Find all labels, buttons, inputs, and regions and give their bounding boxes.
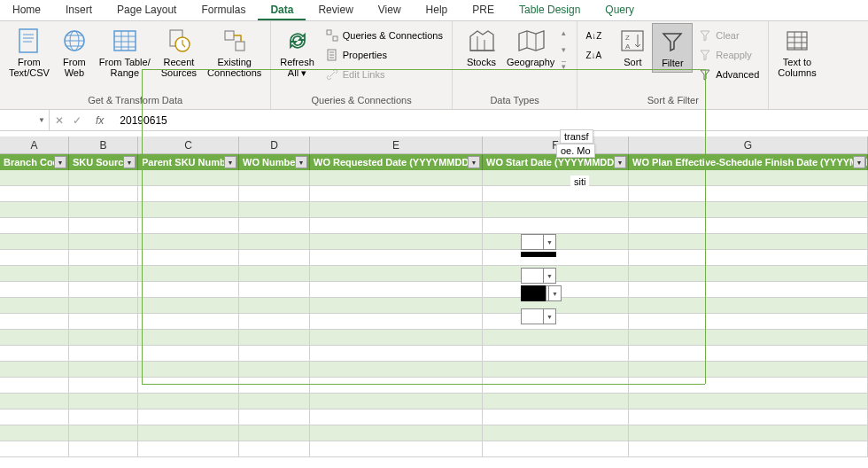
cell[interactable]	[483, 202, 628, 218]
queries-connections-button[interactable]: Queries & Connections	[320, 27, 448, 44]
from-text-csv-button[interactable]: From Text/CSV	[4, 23, 55, 82]
cell[interactable]	[0, 410, 68, 425]
cell[interactable]	[310, 425, 482, 441]
filter-dropdown-icon[interactable]: ▼	[123, 156, 136, 168]
cell[interactable]	[483, 425, 628, 441]
cell[interactable]	[0, 266, 68, 282]
cell[interactable]	[239, 441, 309, 457]
cell[interactable]	[629, 186, 867, 202]
cell[interactable]	[239, 170, 309, 186]
filter-dropdown-icon[interactable]: ▼	[224, 156, 236, 168]
cell[interactable]	[310, 170, 482, 186]
filter-dropdown-icon[interactable]: ▼	[614, 156, 626, 168]
cell[interactable]	[0, 170, 68, 186]
table-header-wo-number[interactable]: WO Number ▼	[239, 154, 310, 170]
cell[interactable]	[138, 186, 238, 202]
cell[interactable]	[0, 186, 68, 202]
cell[interactable]	[0, 314, 68, 330]
cell[interactable]	[239, 202, 309, 218]
geography-button[interactable]: Geography	[501, 23, 560, 71]
cell[interactable]	[0, 218, 68, 234]
cell[interactable]	[629, 378, 867, 394]
cell[interactable]	[629, 202, 867, 218]
name-box[interactable]: ▼	[0, 110, 50, 130]
cell[interactable]	[629, 234, 867, 250]
cell[interactable]	[138, 218, 238, 234]
cell[interactable]	[483, 378, 628, 394]
cell[interactable]	[629, 410, 867, 425]
tab-home[interactable]: Home	[0, 0, 53, 20]
cell[interactable]	[310, 362, 482, 378]
cell[interactable]	[239, 362, 309, 378]
cell[interactable]	[629, 330, 867, 346]
cell[interactable]	[483, 346, 628, 362]
cell[interactable]	[69, 298, 137, 314]
column-header-b[interactable]: B	[69, 136, 138, 153]
cell[interactable]	[138, 425, 238, 441]
filter-dropdown-icon[interactable]: ▼	[54, 156, 66, 168]
cell[interactable]	[310, 441, 482, 457]
cell[interactable]	[0, 394, 68, 410]
cell[interactable]	[310, 282, 482, 298]
cell[interactable]	[138, 170, 238, 186]
recent-sources-button[interactable]: Recent Sources	[156, 23, 202, 82]
cell[interactable]	[69, 170, 137, 186]
floating-dropdown[interactable]: ▼	[521, 268, 556, 284]
cell[interactable]	[0, 378, 68, 394]
cell[interactable]	[239, 410, 309, 425]
cell[interactable]	[138, 330, 238, 346]
cell[interactable]	[138, 378, 238, 394]
cell[interactable]	[239, 394, 309, 410]
cell[interactable]	[310, 250, 482, 266]
cell[interactable]	[0, 330, 68, 346]
table-header-wo-plan-effective[interactable]: WO Plan Effective-Schedule Finish Date (…	[629, 154, 868, 170]
cell[interactable]	[629, 170, 867, 186]
cell[interactable]	[239, 250, 309, 266]
sort-button[interactable]: ZA Sort	[613, 23, 652, 71]
cell[interactable]	[69, 186, 137, 202]
cell[interactable]	[0, 282, 68, 298]
cell[interactable]	[310, 186, 482, 202]
cell[interactable]	[239, 330, 309, 346]
sort-desc-button[interactable]: Z↓A	[581, 46, 609, 64]
cell[interactable]	[138, 346, 238, 362]
filter-dropdown-icon[interactable]: ▼	[853, 156, 865, 168]
cell[interactable]	[239, 378, 309, 394]
cell[interactable]	[0, 362, 68, 378]
clear-filter-button[interactable]: Clear	[693, 27, 764, 44]
column-header-a[interactable]: A	[0, 136, 69, 153]
from-web-button[interactable]: From Web	[55, 23, 94, 82]
column-header-e[interactable]: E	[310, 136, 483, 153]
cell[interactable]	[0, 250, 68, 266]
cell[interactable]	[69, 218, 137, 234]
cell[interactable]	[629, 266, 867, 282]
cell[interactable]	[0, 346, 68, 362]
cell[interactable]	[0, 202, 68, 218]
filter-dropdown-icon[interactable]: ▼	[295, 156, 307, 168]
cell[interactable]	[69, 362, 137, 378]
cell[interactable]	[239, 266, 309, 282]
table-header-sku-source[interactable]: SKU Source ▼	[69, 154, 138, 170]
cell[interactable]	[310, 218, 482, 234]
cell[interactable]	[138, 362, 238, 378]
cell[interactable]	[483, 170, 628, 186]
cell[interactable]	[483, 394, 628, 410]
cell[interactable]	[310, 330, 482, 346]
grid-body[interactable]	[0, 170, 868, 457]
cell[interactable]	[69, 378, 137, 394]
cell[interactable]	[629, 441, 867, 457]
cell[interactable]	[239, 282, 309, 298]
accept-formula-icon[interactable]: ✓	[73, 114, 81, 127]
cell[interactable]	[239, 234, 309, 250]
cell[interactable]	[239, 425, 309, 441]
cell[interactable]	[138, 202, 238, 218]
cell[interactable]	[310, 266, 482, 282]
table-header-parent-sku[interactable]: Parent SKU Number ▼	[138, 154, 239, 170]
cell[interactable]	[69, 425, 137, 441]
tab-pre[interactable]: PRE	[460, 0, 507, 20]
cell[interactable]	[629, 346, 867, 362]
tab-review[interactable]: Review	[306, 0, 365, 20]
cell[interactable]	[0, 441, 68, 457]
advanced-filter-button[interactable]: Advanced	[693, 66, 764, 83]
cell[interactable]	[629, 394, 867, 410]
